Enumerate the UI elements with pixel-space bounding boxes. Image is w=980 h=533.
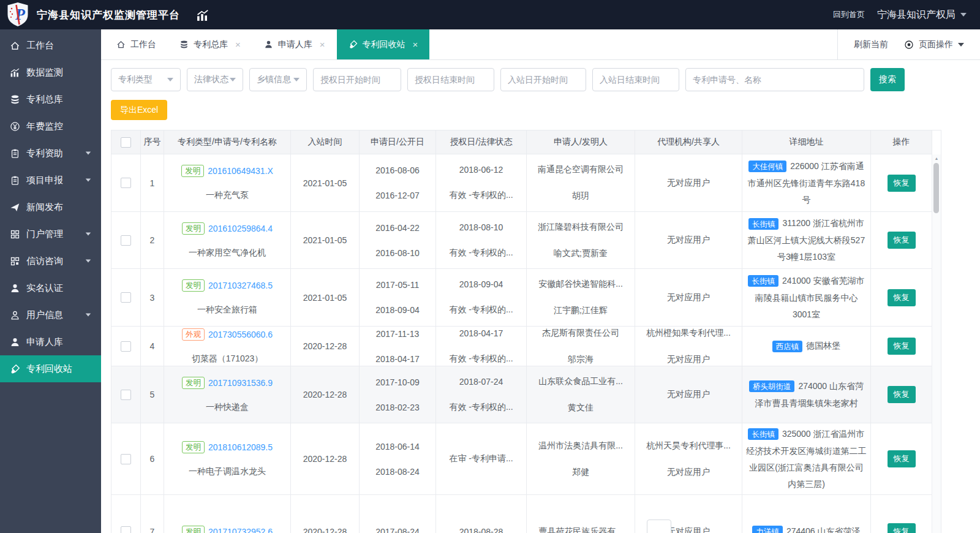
filter-select-2[interactable]: 法律状态 [187, 68, 243, 91]
row-checkbox[interactable] [121, 390, 131, 400]
row-checkbox-cell [111, 269, 141, 327]
table-row: 3发明201710327468.5一种安全旅行箱2021-01-052017-0… [111, 269, 932, 327]
filter-date-input-4[interactable] [592, 68, 679, 91]
town-badge: 西店镇 [772, 341, 803, 352]
select-all-checkbox[interactable] [121, 137, 131, 148]
patent-number-link[interactable]: 201810612089.5 [208, 442, 273, 452]
filter-select-1[interactable]: 专利类型 [111, 68, 181, 91]
sidebar-item-data-monitoring[interactable]: 数据监测 [0, 59, 101, 86]
sidebar-item-label: 门户管理 [26, 229, 63, 240]
org-account-dropdown[interactable]: 宁海县知识产权局 [877, 9, 967, 21]
inventor: 黄文佳 [568, 403, 594, 414]
applicant-cell: 浙江隆碧科技有限公司喻文武;贾新奎 [527, 212, 635, 269]
applicant: 山东联众食品工业有... [538, 376, 623, 387]
patent-number-link[interactable]: 201610259864.4 [208, 224, 273, 233]
close-icon[interactable]: × [235, 40, 241, 49]
apply-date: 2017-05-11 [376, 280, 420, 290]
restore-button[interactable]: 恢复 [888, 450, 916, 467]
patent-number-link[interactable]: 201710931536.9 [208, 378, 273, 388]
row-checkbox[interactable] [121, 292, 131, 303]
column-header: 专利类型/申请号/专利名称 [164, 130, 291, 154]
sidebar-item-annual-fee-monitoring[interactable]: 年费监控 [0, 113, 101, 140]
inventor: 邬宗海 [568, 354, 594, 365]
grant-status-cell: 2018-08-10有效 -专利权的... [436, 212, 527, 269]
filter-select-3[interactable]: 乡镇信息 [249, 68, 307, 91]
sidebar-item-patent-database[interactable]: 专利总库 [0, 86, 101, 113]
tab-workbench[interactable]: 工作台 [105, 29, 168, 59]
patent-type-badge: 发明 [182, 279, 205, 292]
grant-date: 2018-04-17 [459, 328, 503, 338]
applicant: 温州市法奥洁具有限... [538, 440, 623, 452]
patent-number-link[interactable]: 201730556060.6 [208, 330, 273, 339]
grant-status-cell: 2018-08-28 [436, 495, 527, 533]
sidebar-item-portal-management[interactable]: 门户管理 [0, 221, 101, 248]
sidebar-item-petition-consulting[interactable]: 信访咨询 [0, 248, 101, 274]
patent-type-badge: 发明 [182, 222, 205, 235]
patent-cell: 发明201610649431.X一种充气泵 [164, 154, 291, 212]
entry-date-cell: 2020-12-28 [291, 495, 360, 533]
export-excel-button[interactable]: 导出Excel [111, 100, 167, 120]
grant-date: 2018-08-28 [459, 527, 503, 533]
close-icon[interactable]: × [320, 40, 325, 49]
pagination-control-partial[interactable] [647, 520, 671, 533]
action-cell: 恢复 [871, 423, 932, 495]
filter-date-input-1[interactable] [313, 68, 401, 91]
restore-button[interactable]: 恢复 [888, 175, 916, 192]
town-badge: 长街镇 [748, 218, 779, 230]
restore-button[interactable]: 恢复 [888, 338, 916, 355]
patent-search-input[interactable] [685, 68, 864, 91]
tab-patent-database[interactable]: 专利总库× [168, 29, 252, 59]
sidebar-item-project-declaration[interactable]: 项目申报 [0, 167, 101, 194]
entry-date-cell: 2021-01-05 [291, 154, 360, 212]
page-actions-dropdown[interactable]: 页面操作 [904, 39, 964, 50]
sidebar-item-patent-recycle-bin[interactable]: 专利回收站 [0, 355, 101, 382]
row-checkbox[interactable] [121, 178, 131, 188]
scrollbar-thumb[interactable] [933, 163, 939, 213]
apply-publish-date-cell: 2017-10-092018-02-23 [360, 366, 436, 423]
agency-cell: 无对应用户 [635, 154, 742, 212]
tab-applicant-database[interactable]: 申请人库× [252, 29, 337, 59]
apply-date: 2017-11-13 [376, 329, 420, 339]
sidebar-item-workbench[interactable]: 工作台 [0, 32, 101, 59]
row-index-cell: 1 [141, 154, 164, 212]
filter-date-input-3[interactable] [500, 68, 586, 91]
sidebar-item-label: 专利资助 [26, 148, 63, 159]
grant-date: 2018-08-10 [459, 222, 503, 232]
restore-button[interactable]: 恢复 [888, 289, 916, 306]
row-checkbox[interactable] [121, 526, 131, 533]
vertical-scrollbar[interactable]: ▲ ▼ [932, 154, 941, 533]
column-header: 详细地址 [742, 130, 871, 154]
sidebar-item-applicant-database[interactable]: 申请人库 [0, 328, 101, 355]
close-icon[interactable]: × [413, 40, 418, 49]
sidebar-item-news-release[interactable]: 新闻发布 [0, 194, 101, 221]
filter-select-placeholder: 法律状态 [194, 74, 228, 85]
row-checkbox[interactable] [121, 454, 131, 464]
patent-cell: 发明201610259864.4一种家用空气净化机 [164, 212, 291, 269]
search-button[interactable]: 搜索 [870, 68, 905, 91]
row-index-cell: 7 [141, 495, 164, 533]
patent-type-badge: 发明 [182, 526, 205, 533]
row-checkbox[interactable] [121, 235, 131, 246]
legal-status: 有效 -专利权的... [449, 402, 513, 413]
refresh-current-button[interactable]: 刷新当前 [854, 39, 888, 50]
apply-publish-date-cell: 2016-08-062016-12-07 [360, 154, 436, 212]
patent-cell: 发明201710732952.6 [164, 495, 291, 533]
restore-button[interactable]: 恢复 [888, 386, 916, 403]
back-home-link[interactable]: 回到首页 [833, 9, 865, 20]
scroll-up-arrow-icon[interactable]: ▲ [932, 156, 941, 162]
row-checkbox[interactable] [121, 341, 131, 352]
patent-number-link[interactable]: 201710732952.6 [208, 527, 273, 533]
page-actions-label: 页面操作 [919, 39, 953, 50]
filter-date-input-2[interactable] [407, 68, 494, 91]
tab-patent-recycle-bin[interactable]: 专利回收站× [337, 29, 430, 59]
patent-number-link[interactable]: 201710327468.5 [208, 281, 273, 290]
restore-button[interactable]: 恢复 [888, 523, 916, 533]
sidebar-item-realname-auth[interactable]: 实名认证 [0, 274, 101, 301]
top-bar: P 宁海县知识产权监测管理平台 回到首页 宁海县知识产权局 [0, 0, 980, 29]
restore-button[interactable]: 恢复 [888, 232, 916, 249]
sidebar-item-user-info[interactable]: 用户信息 [0, 301, 101, 328]
patent-number-link[interactable]: 201610649431.X [208, 166, 273, 176]
agency-cell: 无对应用户 [635, 366, 742, 423]
sidebar-item-patent-subsidy[interactable]: 专利资助 [0, 140, 101, 167]
address-cell: 长街镇325000 浙江省温州市经济技术开发区海城街道第二工业园区(浙江富奥洁具… [742, 423, 871, 495]
